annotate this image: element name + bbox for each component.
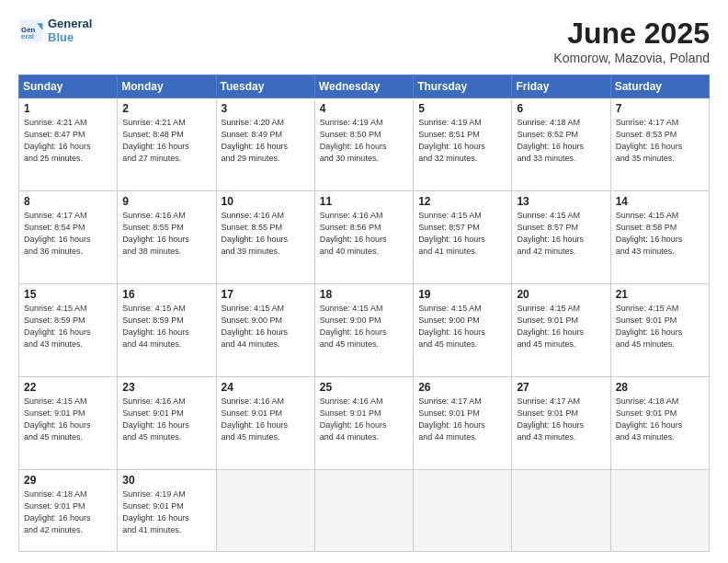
table-row: 16Sunrise: 4:15 AM Sunset: 8:59 PM Dayli… xyxy=(118,284,216,377)
day-number: 4 xyxy=(320,102,408,115)
table-row: 27Sunrise: 4:17 AM Sunset: 9:01 PM Dayli… xyxy=(512,377,610,470)
day-info: Sunrise: 4:15 AM Sunset: 9:00 PM Dayligh… xyxy=(418,303,506,350)
table-row: 9Sunrise: 4:16 AM Sunset: 8:55 PM Daylig… xyxy=(118,191,216,284)
day-info: Sunrise: 4:15 AM Sunset: 9:00 PM Dayligh… xyxy=(320,303,408,350)
table-row: 18Sunrise: 4:15 AM Sunset: 9:00 PM Dayli… xyxy=(314,284,413,377)
day-info: Sunrise: 4:15 AM Sunset: 8:58 PM Dayligh… xyxy=(616,210,704,258)
location: Komorow, Mazovia, Poland xyxy=(553,51,710,65)
day-number: 19 xyxy=(418,288,506,301)
table-row xyxy=(610,470,709,552)
day-info: Sunrise: 4:16 AM Sunset: 8:55 PM Dayligh… xyxy=(222,210,310,258)
day-number: 30 xyxy=(122,474,210,487)
day-info: Sunrise: 4:15 AM Sunset: 9:01 PM Dayligh… xyxy=(24,396,112,443)
day-number: 28 xyxy=(616,381,704,394)
table-row: 7Sunrise: 4:17 AM Sunset: 8:53 PM Daylig… xyxy=(610,98,709,191)
day-info: Sunrise: 4:15 AM Sunset: 8:57 PM Dayligh… xyxy=(517,210,605,258)
day-number: 27 xyxy=(517,381,605,394)
table-row: 26Sunrise: 4:17 AM Sunset: 9:01 PM Dayli… xyxy=(414,377,512,470)
day-info: Sunrise: 4:21 AM Sunset: 8:47 PM Dayligh… xyxy=(24,117,112,165)
day-info: Sunrise: 4:16 AM Sunset: 9:01 PM Dayligh… xyxy=(320,396,408,443)
col-tuesday: Tuesday xyxy=(216,75,314,98)
col-friday: Friday xyxy=(512,75,610,98)
day-info: Sunrise: 4:19 AM Sunset: 9:01 PM Dayligh… xyxy=(122,488,210,536)
table-row xyxy=(216,470,314,552)
logo: Gen eral General Blue xyxy=(18,17,92,44)
day-number: 29 xyxy=(24,474,112,487)
top-section: Gen eral General Blue June 2025 Komorow,… xyxy=(18,17,710,65)
logo-icon: Gen eral xyxy=(18,17,44,43)
day-info: Sunrise: 4:17 AM Sunset: 9:01 PM Dayligh… xyxy=(517,396,605,443)
day-number: 18 xyxy=(320,288,408,301)
table-row: 29Sunrise: 4:18 AM Sunset: 9:01 PM Dayli… xyxy=(19,470,118,552)
day-number: 22 xyxy=(24,381,112,394)
day-info: Sunrise: 4:15 AM Sunset: 8:59 PM Dayligh… xyxy=(24,303,112,350)
table-row: 20Sunrise: 4:15 AM Sunset: 9:01 PM Dayli… xyxy=(512,284,610,377)
month-title: June 2025 xyxy=(553,17,710,51)
table-row: 6Sunrise: 4:18 AM Sunset: 8:52 PM Daylig… xyxy=(512,98,610,191)
calendar-header-row: Sunday Monday Tuesday Wednesday Thursday… xyxy=(19,75,710,98)
table-row xyxy=(314,470,413,552)
table-row: 23Sunrise: 4:16 AM Sunset: 9:01 PM Dayli… xyxy=(118,377,216,470)
table-row xyxy=(512,470,610,552)
calendar-table: Sunday Monday Tuesday Wednesday Thursday… xyxy=(18,75,710,552)
col-thursday: Thursday xyxy=(414,75,512,98)
day-info: Sunrise: 4:17 AM Sunset: 8:53 PM Dayligh… xyxy=(616,117,704,165)
logo-text: General Blue xyxy=(48,17,92,44)
day-info: Sunrise: 4:15 AM Sunset: 9:00 PM Dayligh… xyxy=(222,303,310,350)
col-saturday: Saturday xyxy=(610,75,709,98)
day-number: 23 xyxy=(122,381,210,394)
day-number: 26 xyxy=(418,381,506,394)
day-number: 3 xyxy=(222,102,310,115)
table-row: 4Sunrise: 4:19 AM Sunset: 8:50 PM Daylig… xyxy=(314,98,413,191)
day-number: 7 xyxy=(616,102,704,115)
day-number: 13 xyxy=(517,195,605,208)
day-number: 5 xyxy=(418,102,506,115)
table-row: 3Sunrise: 4:20 AM Sunset: 8:49 PM Daylig… xyxy=(216,98,314,191)
day-number: 9 xyxy=(122,195,210,208)
day-number: 16 xyxy=(122,288,210,301)
day-info: Sunrise: 4:21 AM Sunset: 8:48 PM Dayligh… xyxy=(122,117,210,165)
day-number: 8 xyxy=(24,195,112,208)
day-info: Sunrise: 4:18 AM Sunset: 9:01 PM Dayligh… xyxy=(616,396,704,443)
day-info: Sunrise: 4:16 AM Sunset: 8:55 PM Dayligh… xyxy=(122,210,210,258)
day-number: 14 xyxy=(616,195,704,208)
day-number: 24 xyxy=(222,381,310,394)
table-row: 2Sunrise: 4:21 AM Sunset: 8:48 PM Daylig… xyxy=(118,98,216,191)
day-info: Sunrise: 4:19 AM Sunset: 8:51 PM Dayligh… xyxy=(418,117,506,165)
table-row: 21Sunrise: 4:15 AM Sunset: 9:01 PM Dayli… xyxy=(610,284,709,377)
page: Gen eral General Blue June 2025 Komorow,… xyxy=(0,0,728,563)
table-row: 13Sunrise: 4:15 AM Sunset: 8:57 PM Dayli… xyxy=(512,191,610,284)
day-info: Sunrise: 4:15 AM Sunset: 8:57 PM Dayligh… xyxy=(418,210,506,258)
day-number: 15 xyxy=(24,288,112,301)
table-row: 11Sunrise: 4:16 AM Sunset: 8:56 PM Dayli… xyxy=(314,191,413,284)
col-wednesday: Wednesday xyxy=(314,75,413,98)
table-row: 1Sunrise: 4:21 AM Sunset: 8:47 PM Daylig… xyxy=(19,98,118,191)
day-info: Sunrise: 4:16 AM Sunset: 8:56 PM Dayligh… xyxy=(320,210,408,258)
table-row: 22Sunrise: 4:15 AM Sunset: 9:01 PM Dayli… xyxy=(19,377,118,470)
day-number: 1 xyxy=(24,102,112,115)
table-row: 14Sunrise: 4:15 AM Sunset: 8:58 PM Dayli… xyxy=(610,191,709,284)
day-number: 2 xyxy=(122,102,210,115)
day-info: Sunrise: 4:15 AM Sunset: 9:01 PM Dayligh… xyxy=(517,303,605,350)
day-info: Sunrise: 4:15 AM Sunset: 9:01 PM Dayligh… xyxy=(616,303,704,350)
day-info: Sunrise: 4:17 AM Sunset: 8:54 PM Dayligh… xyxy=(24,210,112,258)
day-info: Sunrise: 4:16 AM Sunset: 9:01 PM Dayligh… xyxy=(222,396,310,443)
table-row: 15Sunrise: 4:15 AM Sunset: 8:59 PM Dayli… xyxy=(19,284,118,377)
day-info: Sunrise: 4:20 AM Sunset: 8:49 PM Dayligh… xyxy=(222,117,310,165)
col-monday: Monday xyxy=(118,75,216,98)
day-number: 6 xyxy=(517,102,605,115)
day-number: 10 xyxy=(222,195,310,208)
day-number: 20 xyxy=(517,288,605,301)
title-section: June 2025 Komorow, Mazovia, Poland xyxy=(553,17,710,65)
table-row: 24Sunrise: 4:16 AM Sunset: 9:01 PM Dayli… xyxy=(216,377,314,470)
table-row: 19Sunrise: 4:15 AM Sunset: 9:00 PM Dayli… xyxy=(414,284,512,377)
svg-text:eral: eral xyxy=(21,32,34,40)
table-row: 25Sunrise: 4:16 AM Sunset: 9:01 PM Dayli… xyxy=(314,377,413,470)
day-info: Sunrise: 4:15 AM Sunset: 8:59 PM Dayligh… xyxy=(122,303,210,350)
day-info: Sunrise: 4:18 AM Sunset: 8:52 PM Dayligh… xyxy=(517,117,605,165)
day-info: Sunrise: 4:16 AM Sunset: 9:01 PM Dayligh… xyxy=(122,396,210,443)
table-row: 10Sunrise: 4:16 AM Sunset: 8:55 PM Dayli… xyxy=(216,191,314,284)
day-info: Sunrise: 4:19 AM Sunset: 8:50 PM Dayligh… xyxy=(320,117,408,165)
table-row: 17Sunrise: 4:15 AM Sunset: 9:00 PM Dayli… xyxy=(216,284,314,377)
day-info: Sunrise: 4:18 AM Sunset: 9:01 PM Dayligh… xyxy=(24,488,112,536)
